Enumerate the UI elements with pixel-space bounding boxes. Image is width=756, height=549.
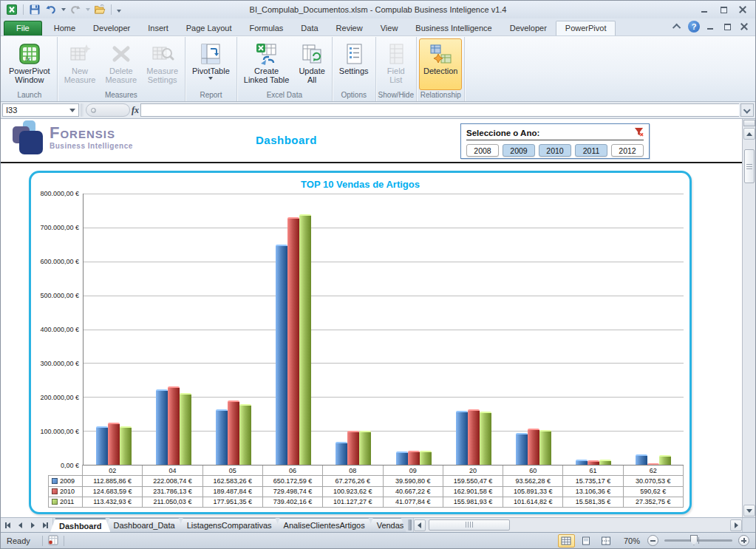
value-cell: 155.981,93 € <box>443 497 503 508</box>
horizontal-scroll-track[interactable] <box>426 519 730 531</box>
ribbon-tab-home[interactable]: Home <box>45 21 84 35</box>
zoom-in-button[interactable] <box>738 535 749 546</box>
scroll-up-button[interactable] <box>743 128 755 140</box>
open-folder-icon[interactable] <box>93 3 106 16</box>
clear-filter-funnel-icon[interactable] <box>634 127 644 138</box>
ribbon-tab-review[interactable]: Review <box>327 21 372 35</box>
first-sheet-button[interactable] <box>2 519 13 531</box>
ribbon-tab-developer-2[interactable]: Developer <box>501 21 556 35</box>
legend-cell-2009: 2009 <box>48 475 83 486</box>
pivottable-button[interactable]: PivotTable <box>188 38 234 90</box>
last-sheet-button[interactable] <box>40 519 51 531</box>
bar-2009-04 <box>156 389 168 465</box>
view-normal-button[interactable] <box>558 534 575 548</box>
sheet-tab-listagenscomparativas[interactable]: ListagensComparativas <box>178 518 281 532</box>
scroll-right-button[interactable] <box>730 519 742 531</box>
ribbon-tab-developer[interactable]: Developer <box>84 21 139 35</box>
workbook-restore-button[interactable] <box>721 21 734 32</box>
ribbon-group-report: PivotTableReport <box>185 37 237 101</box>
bar-2010-05 <box>228 400 239 465</box>
ribbon-tab-page-layout[interactable]: Page Layout <box>177 21 241 35</box>
tab-area-splitter[interactable] <box>408 519 412 531</box>
horizontal-scroll-thumb[interactable] <box>429 519 510 531</box>
workbook-close-button[interactable] <box>738 21 751 32</box>
minimize-icon <box>701 11 707 13</box>
powerpivot-window-button[interactable]: fxPowerPivotWindow <box>4 38 55 90</box>
bar-2010-02 <box>108 423 120 465</box>
ribbon-tab-view[interactable]: View <box>372 21 407 35</box>
ribbon-group-excel-data: CreateLinked TableUpdateAllExcel Data <box>237 37 333 101</box>
name-box-dropdown-icon[interactable] <box>69 109 75 112</box>
settings-button[interactable]: Settings <box>335 38 373 90</box>
field-list-icon <box>384 41 408 67</box>
sheet-tab-dashboard[interactable]: Dashboard <box>50 518 110 532</box>
sheet-tab-vendas[interactable]: Vendas <box>368 518 406 532</box>
quick-access-toolbar <box>5 3 121 16</box>
cell-reference: I33 <box>6 106 69 115</box>
zoom-level[interactable]: 70% <box>624 536 640 545</box>
scroll-left-button[interactable] <box>414 519 426 531</box>
restore-button[interactable] <box>715 4 732 16</box>
sheet-tab-analiseclientesartigos[interactable]: AnaliseClientesArtigos <box>275 518 374 532</box>
minimize-button[interactable] <box>696 4 712 16</box>
update-all-button[interactable]: UpdateAll <box>294 38 329 90</box>
expand-formula-bar-button[interactable] <box>740 103 754 117</box>
value-cell: 113.432,93 € <box>82 497 143 508</box>
split-handle[interactable] <box>743 120 755 126</box>
insert-function-area[interactable] <box>86 103 130 117</box>
ribbon-tab-powerpivot[interactable]: PowerPivot <box>556 21 616 35</box>
undo-dropdown-icon[interactable] <box>61 8 66 11</box>
zoom-slider-thumb[interactable] <box>690 535 698 545</box>
year-button-2012[interactable]: 2012 <box>611 144 644 157</box>
undo-icon[interactable] <box>44 3 58 16</box>
ribbon-tab-data[interactable]: Data <box>292 21 327 35</box>
vertical-scroll-thumb[interactable] <box>744 149 755 183</box>
dropdown-arrow-icon <box>208 77 213 80</box>
horizontal-scrollbar[interactable] <box>413 518 742 532</box>
category-label: 61 <box>562 465 623 476</box>
triangle-left-icon <box>418 522 421 528</box>
vertical-scrollbar[interactable] <box>742 119 755 517</box>
bar-group-04 <box>143 194 203 465</box>
ribbon-tab-business-intelligence[interactable]: Business Intelligence <box>406 21 500 35</box>
ribbon-tab-insert[interactable]: Insert <box>139 21 177 35</box>
close-button[interactable] <box>735 4 751 16</box>
bar-group-61 <box>564 194 624 465</box>
ribbon-tab-formulas[interactable]: Formulas <box>241 21 293 35</box>
previous-sheet-button[interactable] <box>15 519 26 531</box>
fx-icon[interactable]: fx <box>132 105 139 116</box>
bar-2009-09 <box>396 451 408 465</box>
zoom-out-button[interactable] <box>647 535 658 546</box>
year-button-2009[interactable]: 2009 <box>503 144 535 157</box>
sheet-tab-dashboard-data[interactable]: Dashboard_Data <box>104 518 183 532</box>
view-page-break-button[interactable] <box>598 534 615 548</box>
year-button-2011[interactable]: 2011 <box>575 144 607 157</box>
collapse-ribbon-button[interactable] <box>671 21 684 32</box>
bar-2011-02 <box>120 426 132 465</box>
formula-input[interactable] <box>140 103 739 117</box>
customize-quick-access-icon[interactable] <box>117 10 121 13</box>
next-sheet-button[interactable] <box>27 519 38 531</box>
svg-text:fx: fx <box>25 55 31 63</box>
year-button-2010[interactable]: 2010 <box>539 144 571 157</box>
save-icon[interactable] <box>28 3 41 16</box>
detection-button[interactable]: Detection <box>419 38 462 90</box>
ribbon-group-options: SettingsOptions <box>333 37 376 101</box>
year-button-2008[interactable]: 2008 <box>466 144 499 157</box>
plus-icon <box>740 537 747 544</box>
zoom-slider[interactable] <box>664 539 732 542</box>
bar-group-02 <box>84 194 143 465</box>
ribbon-group-label: Launch <box>4 90 55 101</box>
name-box[interactable]: I33 <box>2 103 79 117</box>
scroll-down-button[interactable] <box>743 505 755 516</box>
qat-separator <box>111 4 112 15</box>
create-linked-table-button[interactable]: CreateLinked Table <box>239 38 294 90</box>
value-cell: 13.106,36 € <box>562 486 623 497</box>
view-page-layout-button[interactable] <box>578 534 595 548</box>
ribbon-tab-file[interactable]: File <box>4 21 42 35</box>
help-button[interactable]: ? <box>688 21 700 33</box>
delete-measure-button: DeleteMeasure <box>101 38 141 90</box>
workbook-minimize-button[interactable] <box>704 21 717 32</box>
excel-logo-icon[interactable] <box>5 3 18 16</box>
macro-record-icon[interactable] <box>47 535 59 547</box>
